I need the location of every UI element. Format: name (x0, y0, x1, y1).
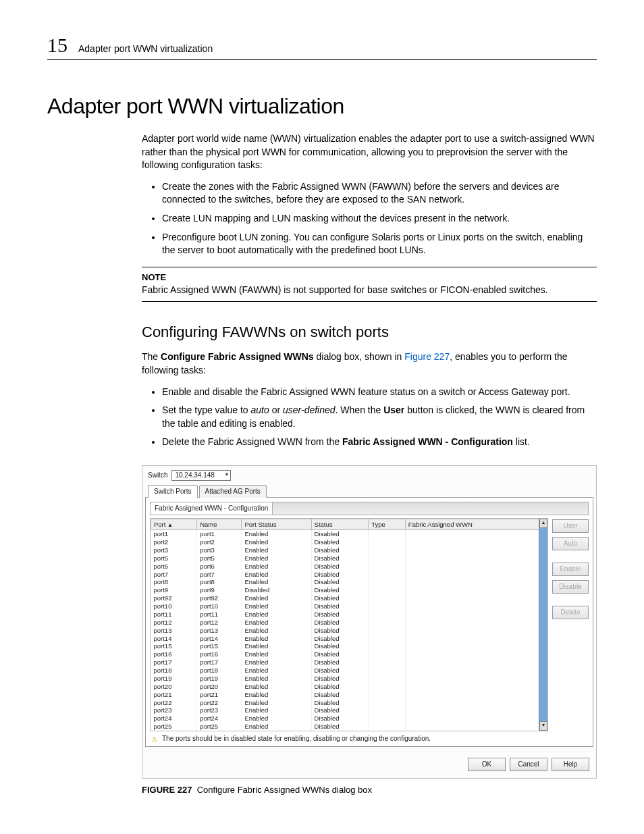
tab-strip: Switch Ports Attached AG Ports (145, 485, 593, 498)
col-type[interactable]: Type (369, 519, 406, 529)
sort-asc-icon: ▲ (167, 522, 173, 528)
delete-button[interactable]: Delete (552, 606, 589, 619)
scroll-down-icon[interactable]: ▾ (539, 721, 547, 731)
table-row[interactable]: port16port16EnabledDisabled (151, 650, 547, 658)
port-table-area: Port ▲ Name Port Status Status Type Fabr… (150, 518, 548, 731)
col-status[interactable]: Status (311, 519, 369, 529)
table-row[interactable]: port8port8EnabledDisabled (151, 578, 547, 586)
disable-button[interactable]: Disable (552, 580, 589, 594)
scroll-up-icon[interactable]: ▴ (539, 519, 547, 528)
table-row[interactable]: port10port10EnabledDisabled (151, 602, 547, 610)
table-row[interactable]: port22port22EnabledDisabled (151, 699, 547, 707)
section-heading: Adapter port WWN virtualization (47, 94, 597, 119)
figure-caption: FIGURE 227 Configure Fabric Assigned WWN… (142, 784, 597, 796)
table-row[interactable]: port24port24EnabledDisabled (151, 714, 547, 723)
intro-paragraph: Adapter port world wide name (WWN) virtu… (142, 132, 597, 172)
table-row[interactable]: port3port3EnabledDisabled (151, 546, 547, 554)
table-row[interactable]: port7port7EnabledDisabled (151, 571, 547, 579)
config-panel-title: Fabric Assigned WWN - Configuration (150, 502, 272, 515)
table-row[interactable]: port18port18EnabledDisabled (151, 667, 547, 675)
table-row[interactable]: port17port17EnabledDisabled (151, 658, 547, 667)
paragraph: The Configure Fabric Assigned WWNs dialo… (142, 350, 597, 377)
table-row[interactable]: port92port92EnabledDisabled (151, 594, 547, 602)
user-button[interactable]: User (552, 519, 589, 533)
table-row[interactable]: port20port20EnabledDisabled (151, 683, 547, 691)
list-item: Enable and disable the Fabric Assigned W… (162, 386, 597, 399)
table-row[interactable]: port21port21EnabledDisabled (151, 691, 547, 699)
table-row[interactable]: port25port25EnabledDisabled (151, 723, 547, 731)
list-item: Create the zones with the Fabric Assigne… (162, 180, 597, 207)
figure-reference-link[interactable]: Figure 227 (404, 351, 450, 362)
vertical-scrollbar[interactable]: ▴ ▾ (539, 519, 547, 731)
capability-list: Enable and disable the Fabric Assigned W… (142, 386, 597, 449)
table-row[interactable]: port15port15EnabledDisabled (151, 642, 547, 650)
list-item: Delete the Fabric Assigned WWN from the … (162, 436, 597, 449)
col-fawwn[interactable]: Fabric Assigned WWN (405, 519, 547, 529)
table-row[interactable]: port12port12EnabledDisabled (151, 619, 547, 627)
col-port[interactable]: Port ▲ (151, 519, 197, 529)
table-row[interactable]: port2port2EnabledDisabled (151, 538, 547, 546)
running-head-title: Adapter port WWN virtualization (78, 43, 213, 54)
warning-text: The ports should be in disabled state fo… (162, 734, 431, 744)
col-name[interactable]: Name (197, 519, 242, 529)
tab-attached-ag-ports[interactable]: Attached AG Ports (199, 485, 267, 498)
cancel-button[interactable]: Cancel (510, 758, 547, 771)
table-row[interactable]: port5port5EnabledDisabled (151, 554, 547, 563)
table-row[interactable]: port6port6EnabledDisabled (151, 563, 547, 571)
table-row[interactable]: port19port19EnabledDisabled (151, 675, 547, 683)
switch-dropdown[interactable]: 10.24.34.148 (171, 470, 231, 481)
task-list: Create the zones with the Fabric Assigne… (142, 180, 597, 257)
help-button[interactable]: Help (552, 758, 589, 771)
warning-row: ⚠ The ports should be in disabled state … (149, 733, 590, 744)
enable-button[interactable]: Enable (552, 563, 589, 576)
warning-icon: ⚠ (151, 735, 159, 743)
switch-label: Switch (148, 471, 167, 480)
running-head: 15 Adapter port WWN virtualization (47, 34, 597, 60)
note-text: Fabric Assigned WWN (FAWWN) is not suppo… (142, 284, 597, 297)
subsection-heading: Configuring FAWWNs on switch ports (142, 322, 597, 343)
tab-switch-ports[interactable]: Switch Ports (148, 485, 198, 498)
list-item: Set the type value to auto or user-defin… (162, 404, 597, 430)
table-row[interactable]: port9port9DisabledDisabled (151, 586, 547, 594)
auto-button[interactable]: Auto (552, 537, 589, 550)
col-port-status[interactable]: Port Status (242, 519, 311, 529)
table-row[interactable]: port23port23EnabledDisabled (151, 706, 547, 714)
note-block: NOTE Fabric Assigned WWN (FAWWN) is not … (142, 267, 597, 302)
note-label: NOTE (142, 271, 597, 284)
table-row[interactable]: port13port13EnabledDisabled (151, 627, 547, 635)
ok-button[interactable]: OK (468, 758, 506, 771)
table-row[interactable]: port14port14EnabledDisabled (151, 635, 547, 643)
chapter-number: 15 (47, 34, 68, 57)
table-row[interactable]: port11port11EnabledDisabled (151, 610, 547, 619)
list-item: Preconfigure boot LUN zoning. You can co… (162, 231, 597, 257)
figure-dialog: Switch 10.24.34.148 Switch Ports Attache… (142, 465, 597, 779)
list-item: Create LUN mapping and LUN masking witho… (162, 212, 597, 226)
table-row[interactable]: port1port1EnabledDisabled (151, 530, 547, 538)
port-table: Port ▲ Name Port Status Status Type Fabr… (151, 519, 547, 731)
